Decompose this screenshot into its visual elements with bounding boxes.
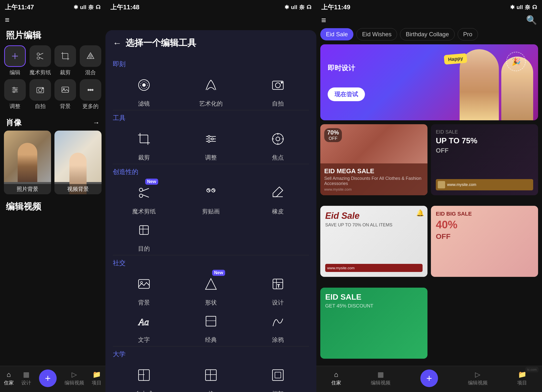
tool-background[interactable]: 背景 (54, 79, 77, 110)
nav-plus-btn-1[interactable]: + (39, 369, 57, 387)
template-eid-sale-green[interactable]: EID SALE GET 45% DISCOUNT (320, 288, 427, 359)
svg-point-45 (272, 134, 283, 144)
tool-adjust-icon-box (4, 79, 26, 101)
nav-home-3[interactable]: ⌂ 住家 (331, 371, 341, 386)
focus-icon (266, 127, 290, 151)
tool-more-icon-box (80, 79, 101, 101)
nav-projects-label-1: 项目 (92, 380, 102, 386)
modal-tool-selfie-label: 自拍 (272, 100, 284, 108)
template-eid-mega-sale[interactable]: 70% OFF EID MEGA SALE Sell Amazing Disco… (320, 124, 427, 195)
template-eid-big-sale[interactable]: EID BIG SALE 40% OFF (431, 206, 538, 277)
svg-point-51 (139, 188, 143, 192)
tool-adjust[interactable]: 调整 (4, 79, 26, 110)
cat-tab-pro[interactable]: Pro (458, 28, 478, 40)
template-eid-sale-75[interactable]: EID SALE UP TO 75% OFF www.mysite.com (431, 124, 538, 195)
modal-back-btn[interactable]: ← (113, 38, 122, 48)
modal-tool-grid[interactable]: 格 (180, 363, 242, 392)
cat-tab-birthday-collage[interactable]: Birthday Collage (400, 28, 454, 40)
tool-edit[interactable]: 编辑 (4, 45, 26, 76)
nav-home-label-3: 住家 (331, 380, 341, 386)
modal-tool-shape[interactable]: New 形状 (180, 272, 242, 306)
tool-crop-icon-box (54, 45, 76, 67)
portrait-card-video[interactable]: 视频背景 (54, 131, 102, 194)
happy-card: Happy (444, 53, 467, 65)
modal-tool-artistic[interactable]: 艺术化的 (180, 73, 242, 108)
modal-tool-crop[interactable]: 裁剪 (113, 127, 175, 161)
tool-selfie[interactable]: 自拍 (29, 79, 52, 110)
modal-tool-eraser[interactable]: 橡皮 (247, 181, 309, 215)
nav-video-1[interactable]: ▷ 编辑视频 (65, 370, 84, 386)
tpl-2-sub: EID SALE (436, 129, 533, 135)
hero-figure-area: 🎉 Happy (418, 44, 538, 120)
modal-tool-freestyle[interactable]: 自由式 (113, 363, 175, 392)
freestyle-icon (132, 363, 156, 387)
tool-selfie-label: 自拍 (35, 103, 46, 110)
template-eid-sale-cosmetics[interactable]: 🔔 Eid Sale SAVE UP TO 70% ON ALL ITEMS w… (320, 206, 427, 277)
artistic-icon (199, 73, 223, 97)
svg-text:T: T (277, 284, 280, 288)
modal-tool-collage[interactable]: 剪贴画 (180, 181, 242, 215)
modal-tool-text[interactable]: Aa 文字 (113, 309, 175, 344)
nav-projects-3[interactable]: 📁 项目 (517, 370, 527, 386)
svg-point-24 (88, 89, 89, 91)
cat-tab-eid-wishes[interactable]: Eid Wishes (356, 28, 397, 40)
svg-rect-80 (272, 370, 283, 380)
modal-tool-frame-label: 框架 (272, 390, 284, 392)
modal-tool-objective[interactable]: 目的 (113, 218, 175, 253)
hero-try-btn[interactable]: 现在尝试 (328, 87, 365, 101)
svg-point-12 (89, 54, 92, 58)
tpl-1-badge: 70% OFF (324, 128, 342, 142)
nav-design-1[interactable]: ▦ 设计 (21, 370, 31, 386)
bottle-deco: 🔔 (416, 209, 424, 217)
portrait-video-label: 视频背景 (54, 184, 102, 194)
portrait-arrow[interactable]: → (93, 119, 100, 127)
svg-line-53 (142, 188, 149, 191)
modal-tool-filter[interactable]: 滤镜 (113, 73, 175, 108)
svg-point-43 (208, 140, 210, 142)
tool-magic-scissors[interactable]: 魔术剪纸 (29, 45, 52, 76)
category-tabs: Eid Sale Eid Wishes Birthday Collage Pro (316, 28, 542, 44)
svg-line-4 (39, 53, 43, 55)
modal-tool-magic-scissors[interactable]: New 魔术剪纸 (113, 181, 175, 215)
nav-design-3[interactable]: ▦ 编辑视频 (371, 370, 390, 386)
tool-blend[interactable]: 混合 (79, 45, 102, 76)
nav-home-1[interactable]: ⌂ 住家 (4, 371, 14, 386)
modal-tool-bg2[interactable]: 背景 (113, 272, 175, 306)
tool-more[interactable]: 更多的 (79, 79, 102, 110)
modal-tool-adjust[interactable]: 调整 (180, 127, 242, 161)
modal-tool-selfie[interactable]: 自拍 (247, 73, 309, 108)
tpl-5-sub: GET 45% DISCOUNT (325, 303, 423, 309)
tool-more-label: 更多的 (82, 103, 99, 110)
tool-crop[interactable]: 裁剪 (54, 45, 77, 76)
tools-grid-text: Aa 文字 经典 涂鸦 (113, 309, 309, 344)
svg-rect-72 (206, 316, 216, 326)
status-bar-2: 上午11:48 ✱ ull 奈 ☊ (105, 0, 316, 13)
new-badge-2: New (212, 270, 225, 276)
hamburger-button[interactable]: ≡ (0, 13, 105, 27)
search-icon-3[interactable]: 🔍 (526, 15, 537, 25)
modal-tool-classic[interactable]: 经典 (180, 309, 242, 344)
tpl-3-title: Eid Sale (325, 211, 423, 221)
modal-tool-doodle[interactable]: 涂鸦 (247, 309, 309, 344)
new-badge-1: New (145, 179, 158, 185)
svg-point-16 (13, 87, 15, 89)
modal-tool-design2[interactable]: T 设计 (247, 272, 309, 306)
design2-icon: T (266, 272, 290, 296)
modal-tool-frame[interactable]: 框架 (247, 363, 309, 392)
design-icon-3: ▦ (377, 370, 384, 379)
svg-rect-22 (62, 87, 69, 92)
modal-tool-magic-scissors-label: 魔术剪纸 (132, 208, 156, 215)
nav-plus-btn-3[interactable]: + (420, 369, 438, 387)
modal-tool-adjust-label: 调整 (205, 154, 217, 161)
svg-point-56 (212, 189, 215, 192)
svg-point-21 (42, 88, 43, 89)
portrait-card-photo[interactable]: 照片背景 (4, 131, 51, 194)
cat-tab-eid-sale[interactable]: Eid Sale (320, 28, 353, 40)
svg-point-52 (139, 194, 143, 197)
modal-tool-focus[interactable]: 焦点 (247, 127, 309, 161)
modal-tool-bg2-label: 背景 (138, 299, 150, 306)
hamburger-btn-3[interactable]: ≡ (321, 15, 326, 25)
nav-video-3[interactable]: ▷ 编辑视频 (468, 370, 488, 386)
collage-icon (199, 181, 223, 205)
nav-projects-1[interactable]: 📁 项目 (92, 370, 102, 386)
